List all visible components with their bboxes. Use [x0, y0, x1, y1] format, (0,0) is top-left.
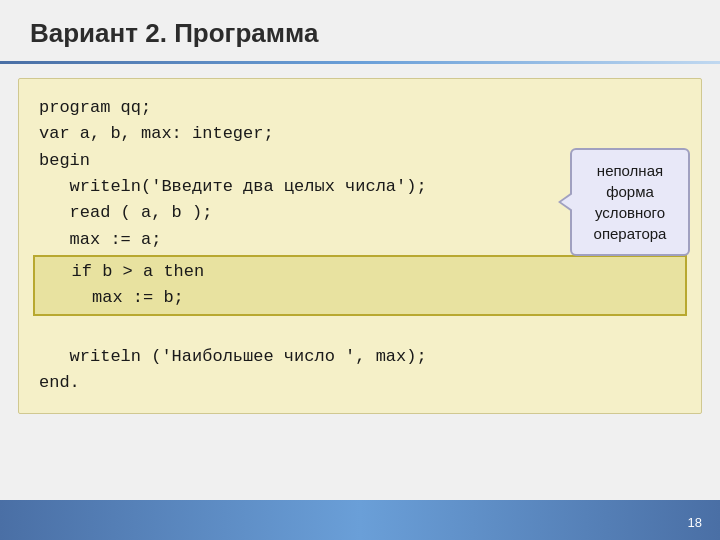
callout-line3: условного: [595, 204, 665, 221]
code-line-8: max := b;: [41, 285, 679, 311]
callout-line4: оператора: [594, 225, 667, 242]
divider: [0, 61, 720, 64]
code-line-7: if b > a then: [41, 259, 679, 285]
callout-line2: форма: [606, 183, 654, 200]
code-line-10: writeln ('Наибольшее число ', max);: [39, 344, 681, 370]
code-line-2: var a, b, max: integer;: [39, 121, 681, 147]
callout-line1: неполная: [597, 162, 663, 179]
code-line-1: program qq;: [39, 95, 681, 121]
slide-title: Вариант 2. Программа: [30, 18, 690, 49]
bottom-strip: [0, 500, 720, 540]
slide: Вариант 2. Программа program qq; var a, …: [0, 0, 720, 540]
code-line-9: [39, 318, 681, 344]
title-area: Вариант 2. Программа: [0, 0, 720, 61]
code-highlight-block: if b > a then max := b;: [33, 255, 687, 316]
page-number: 18: [688, 515, 702, 530]
callout-box: неполная форма условного оператора: [570, 148, 690, 256]
code-line-11: end.: [39, 370, 681, 396]
